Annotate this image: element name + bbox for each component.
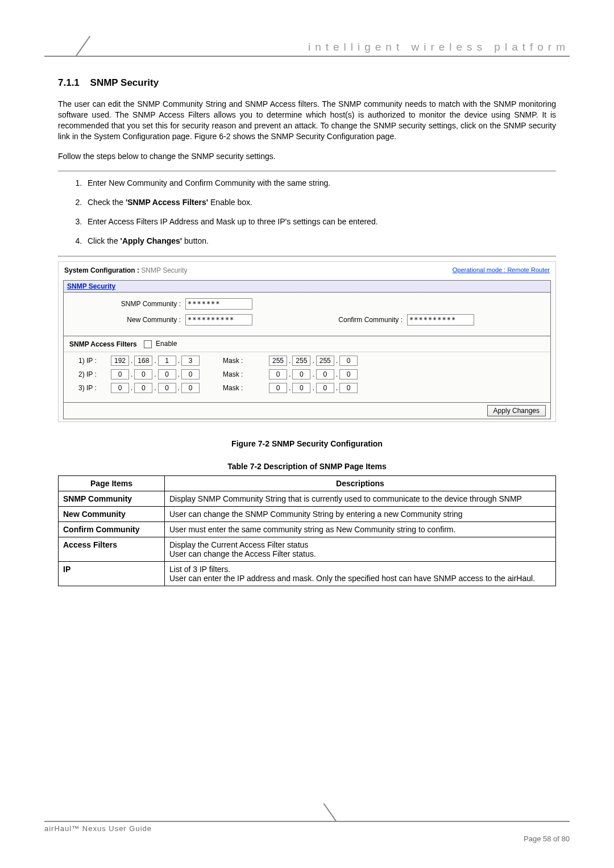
snmp-config-screenshot: System Configuration : SNMP Security Ope… — [58, 261, 556, 422]
mask-octet-input[interactable]: 0 — [316, 369, 334, 379]
steps-top-rule — [58, 170, 556, 172]
confirm-community-field[interactable]: ********** — [407, 314, 474, 326]
table-desc-cell: User must enter the same community strin… — [165, 522, 556, 537]
mask-label: Mask : — [200, 384, 268, 392]
footer-right: Page 58 of 80 — [524, 834, 570, 843]
ip-octet-input[interactable]: 3 — [181, 356, 200, 366]
figure-caption: Figure 7-2 SNMP Security Configuration — [44, 439, 570, 448]
enable-checkbox[interactable] — [144, 340, 152, 348]
table-item-cell: Access Filters — [59, 537, 165, 562]
mask-octet-input[interactable]: 0 — [269, 383, 287, 393]
section-title-text: SNMP Security — [90, 77, 159, 88]
ip-octet-input[interactable]: 0 — [158, 383, 176, 393]
footer-left: airHaul™ Nexus User Guide — [44, 824, 152, 833]
steps-list: Enter New Community and Confirm Communit… — [78, 178, 556, 245]
snmp-community-field[interactable]: ******* — [185, 298, 252, 310]
mask-octet-input[interactable]: 0 — [339, 356, 358, 366]
ip-octet-input[interactable]: 1 — [158, 356, 176, 366]
table-desc-cell: List of 3 IP filters.User can enter the … — [165, 562, 556, 586]
step-2: Check the 'SNMP Access Filters' Enable b… — [84, 198, 556, 207]
table-row: IPList of 3 IP filters.User can enter th… — [59, 562, 556, 586]
apply-changes-button[interactable]: Apply Changes — [487, 405, 546, 416]
ip-octet-input[interactable]: 0 — [111, 383, 129, 393]
table-caption: Table 7-2 Description of SNMP Page Items — [44, 462, 570, 471]
mask-label: Mask : — [200, 357, 268, 365]
mask-octet-input[interactable]: 255 — [269, 356, 287, 366]
ip-octet-input[interactable]: 0 — [181, 369, 200, 379]
table-row: Confirm CommunityUser must enter the sam… — [59, 522, 556, 537]
access-filters-label: SNMP Access Filters — [69, 340, 137, 348]
operational-mode-link[interactable]: Operational mode : Remote Router — [453, 266, 550, 274]
ip-row-label: 2) IP : — [78, 370, 110, 378]
new-community-label: New Community : — [72, 316, 185, 324]
table-item-cell: Confirm Community — [59, 522, 165, 537]
section-heading: 7.1.1 SNMP Security — [58, 77, 570, 89]
table-head-items: Page Items — [59, 476, 165, 491]
mask-octet-input[interactable]: 0 — [292, 383, 310, 393]
syscfg-page: SNMP Security — [141, 266, 187, 274]
ip-octet-input[interactable]: 0 — [134, 369, 152, 379]
mask-octet-input[interactable]: 255 — [292, 356, 310, 366]
mask-octet-input[interactable]: 255 — [316, 356, 334, 366]
steps-bottom-rule — [58, 256, 556, 257]
mask-octet-input[interactable]: 0 — [339, 369, 358, 379]
ip-octet-input[interactable]: 168 — [134, 356, 152, 366]
description-table: Page Items Descriptions SNMP CommunityDi… — [58, 475, 556, 586]
ip-row-label: 3) IP : — [78, 384, 110, 392]
step-3: Enter Access Filters IP Address and Mask… — [84, 217, 556, 226]
table-item-cell: IP — [59, 562, 165, 586]
new-community-field[interactable]: ********** — [185, 314, 252, 326]
mask-label: Mask : — [200, 370, 268, 378]
header-rule — [44, 56, 570, 57]
ip-octet-input[interactable]: 0 — [181, 383, 200, 393]
table-desc-cell: Display the Current Access Filter status… — [165, 537, 556, 562]
ip-filter-row: 2) IP :0.0.0.0Mask :0.0.0.0 — [78, 369, 539, 379]
mask-octet-input[interactable]: 0 — [292, 369, 310, 379]
confirm-community-label: Confirm Community : — [338, 316, 407, 324]
paragraph-1: The user can edit the SNMP Community Str… — [58, 99, 556, 142]
table-desc-cell: Display SNMP Community String that is cu… — [165, 491, 556, 507]
table-head-desc: Descriptions — [165, 476, 556, 491]
ip-octet-input[interactable]: 0 — [111, 369, 129, 379]
syscfg-label: System Configuration : — [64, 266, 139, 274]
ip-octet-input[interactable]: 0 — [134, 383, 152, 393]
ip-octet-input[interactable]: 0 — [158, 369, 176, 379]
step-1: Enter New Community and Confirm Communit… — [84, 178, 556, 187]
ip-filter-row: 1) IP :192.168.1.3Mask :255.255.255.0 — [78, 356, 539, 366]
table-row: New CommunityUser can change the SNMP Co… — [59, 507, 556, 522]
mask-octet-input[interactable]: 0 — [316, 383, 334, 393]
mask-octet-input[interactable]: 0 — [269, 369, 287, 379]
mask-octet-input[interactable]: 0 — [339, 383, 358, 393]
ip-octet-input[interactable]: 192 — [111, 356, 129, 366]
table-row: SNMP CommunityDisplay SNMP Community Str… — [59, 491, 556, 507]
paragraph-2: Follow the steps below to change the SNM… — [58, 151, 556, 162]
step-4: Click the 'Apply Changes' button. — [84, 236, 556, 245]
table-item-cell: SNMP Community — [59, 491, 165, 507]
panel-box-title: SNMP Security — [64, 281, 550, 293]
table-desc-cell: User can change the SNMP Community Strin… — [165, 507, 556, 522]
page-footer: airHaul™ Nexus User Guide Page 58 of 80 — [44, 821, 570, 843]
ip-filter-row: 3) IP :0.0.0.0Mask :0.0.0.0 — [78, 383, 539, 393]
header-tagline: intelligent wireless platform — [308, 41, 570, 53]
ip-row-label: 1) IP : — [78, 357, 110, 365]
snmp-community-label: SNMP Community : — [72, 300, 185, 308]
enable-label: Enable — [156, 340, 177, 348]
header-diagonal — [75, 36, 90, 57]
table-item-cell: New Community — [59, 507, 165, 522]
table-row: Access FiltersDisplay the Current Access… — [59, 537, 556, 562]
section-number: 7.1.1 — [58, 77, 80, 88]
